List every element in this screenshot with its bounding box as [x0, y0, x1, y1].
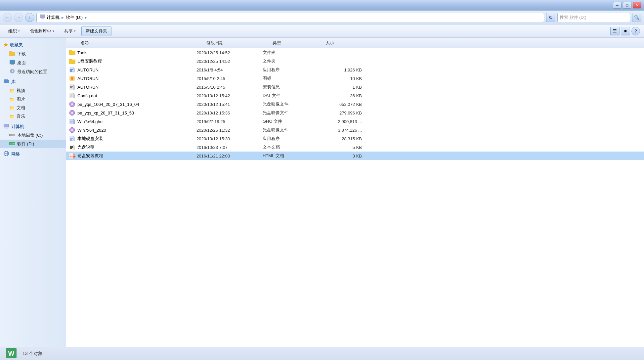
svg-text:HTML: HTML: [70, 156, 75, 158]
sidebar-item-recent[interactable]: 最近访问的位置: [0, 67, 66, 76]
sidebar-item-music[interactable]: 📁 音乐: [0, 112, 66, 121]
help-button[interactable]: ?: [631, 27, 640, 35]
close-button[interactable]: ✕: [633, 2, 641, 9]
sidebar-item-pictures[interactable]: 📁 图片: [0, 95, 66, 104]
svg-rect-39: [70, 86, 73, 87]
col-date[interactable]: 修改日期: [206, 40, 273, 46]
address-bar: ← → ↑ 计算机 ► 软件 (D:) ► ↻ 搜索 软件 (D:) 🔍: [0, 11, 644, 24]
file-date: 2020/10/12 15:36: [196, 111, 263, 115]
favorites-header[interactable]: ★ 收藏夹: [0, 40, 66, 49]
file-type-icon: [69, 67, 75, 73]
svg-rect-12: [4, 124, 9, 127]
table-row[interactable]: AUTORUN 2015/5/10 2:45 图标 10 KB: [66, 74, 644, 83]
table-row[interactable]: pe_yqs_1064_20_07_31_16_04 2020/10/12 15…: [66, 100, 644, 109]
network-label: 网络: [11, 151, 20, 157]
svg-marker-37: [73, 84, 75, 86]
computer-header[interactable]: 计算机: [0, 122, 66, 131]
refresh-button[interactable]: ↻: [546, 13, 555, 22]
view-options-button[interactable]: ☰: [610, 27, 620, 35]
file-name: 硬盘安装教程: [77, 153, 196, 159]
svg-rect-6: [11, 64, 14, 65]
include-library-button[interactable]: 包含到库中 ▾: [25, 26, 59, 36]
file-size: 3,874,126 ...: [316, 128, 362, 133]
file-type-icon: [69, 93, 75, 99]
sidebar-item-documents[interactable]: 📁 文档: [0, 104, 66, 112]
desktop-folder-icon: [9, 60, 15, 66]
library-header[interactable]: 库: [0, 77, 66, 86]
table-row[interactable]: 本地硬盘安装 2020/10/12 15:30 应用程序 28,315 KB: [66, 134, 644, 143]
share-button[interactable]: 共享 ▾: [60, 26, 80, 36]
svg-rect-69: [73, 146, 75, 150]
up-button[interactable]: ↑: [25, 13, 34, 22]
svg-rect-70: [70, 146, 73, 147]
desktop-label: 桌面: [17, 60, 26, 66]
svg-rect-57: [70, 122, 72, 122]
file-size: 1 KB: [316, 85, 362, 90]
file-date: 2020/12/25 14:52: [196, 50, 263, 55]
file-name: Win7x64_2020: [77, 128, 196, 133]
svg-rect-27: [69, 60, 75, 64]
table-row[interactable]: pe_yqs_xp_20_07_31_15_53 2020/10/12 15:3…: [66, 109, 644, 117]
table-row[interactable]: Config.dat 2020/10/12 15:42 DAT 文件 36 KB: [66, 91, 644, 100]
computer-section-icon: [3, 123, 9, 130]
svg-point-18: [13, 143, 15, 144]
col-size[interactable]: 大小: [325, 40, 372, 46]
file-date: 2016/11/21 22:03: [196, 154, 263, 158]
sidebar-item-drive-d[interactable]: 软件 (D:): [0, 140, 66, 148]
new-folder-button[interactable]: 新建文件夹: [81, 26, 111, 36]
maximize-button[interactable]: □: [623, 2, 631, 9]
col-type[interactable]: 类型: [273, 40, 325, 46]
computer-icon: [39, 14, 45, 21]
video-label: 视频: [17, 88, 25, 94]
svg-rect-33: [70, 71, 72, 72]
library-label: 库: [11, 79, 16, 85]
breadcrumb-drive[interactable]: 软件 (D:): [66, 15, 83, 21]
table-row[interactable]: Win7x64.gho 2019/9/7 19:25 GHO 文件 2,900,…: [66, 117, 644, 126]
sidebar-item-drive-c[interactable]: 本地磁盘 (C:): [0, 131, 66, 140]
file-date: 2016/1/8 4:54: [196, 68, 263, 72]
drive-c-label: 本地磁盘 (C:): [17, 132, 43, 138]
breadcrumb[interactable]: 计算机 ► 软件 (D:) ►: [36, 13, 544, 22]
file-type: 光盘映像文件: [263, 127, 316, 133]
file-type: 文件夹: [263, 50, 316, 56]
table-row[interactable]: AUTORUN 2015/5/10 2:45 安装信息 1 KB: [66, 83, 644, 91]
table-row[interactable]: Win7x64_2020 2020/12/25 11:32 光盘映像文件 3,8…: [66, 126, 644, 134]
svg-rect-43: [73, 94, 75, 98]
search-button[interactable]: 🔍: [632, 13, 641, 22]
sidebar-item-desktop[interactable]: 桌面: [0, 58, 66, 67]
network-header[interactable]: 网络: [0, 150, 66, 158]
music-label: 音乐: [17, 113, 25, 119]
file-name: AUTORUN: [77, 68, 196, 72]
organize-button[interactable]: 组织 ▾: [4, 26, 24, 36]
minimize-button[interactable]: ─: [613, 2, 622, 9]
file-name: 本地硬盘安装: [77, 136, 196, 142]
search-bar[interactable]: 搜索 软件 (D:): [557, 13, 630, 22]
svg-point-52: [72, 112, 73, 113]
forward-button[interactable]: →: [14, 13, 23, 22]
file-date: 2015/5/10 2:45: [196, 85, 263, 90]
file-type-icon: [69, 101, 75, 107]
sidebar-item-download[interactable]: 下载: [0, 49, 66, 58]
file-list: Tools 2020/12/25 14:52 文件夹 U盘安装教程 2020/1…: [66, 48, 644, 347]
table-row[interactable]: AUTORUN 2016/1/8 4:54 应用程序 1,926 KB: [66, 66, 644, 74]
search-placeholder: 搜索 软件 (D:): [560, 15, 586, 21]
breadcrumb-computer[interactable]: 计算机: [47, 15, 60, 21]
table-row[interactable]: Tools 2020/12/25 14:52 文件夹: [66, 48, 644, 57]
view-toggle-button[interactable]: ■: [621, 27, 630, 35]
file-type: GHO 文件: [263, 118, 316, 124]
sidebar-item-video[interactable]: 📁 视频: [0, 86, 66, 95]
col-name[interactable]: 名称: [81, 40, 206, 46]
table-row[interactable]: U盘安装教程 2020/12/25 14:52 文件夹: [66, 57, 644, 66]
sidebar: ★ 收藏夹 下载 桌面 最近访问的位置: [0, 38, 66, 347]
table-row[interactable]: 光盘说明 2016/10/23 7:07 文本文档 5 KB: [66, 143, 644, 152]
svg-rect-36: [69, 84, 73, 90]
recent-label: 最近访问的位置: [17, 69, 47, 75]
file-type: 应用程序: [263, 67, 316, 73]
svg-rect-32: [70, 70, 72, 71]
back-button[interactable]: ←: [3, 13, 12, 22]
table-row[interactable]: HTML 硬盘安装教程 2016/11/21 22:03 HTML 文档 3 K…: [66, 152, 644, 160]
include-library-arrow: ▾: [53, 29, 54, 33]
file-size: 10 KB: [316, 76, 362, 81]
svg-rect-31: [70, 69, 73, 70]
file-size: 28,315 KB: [316, 136, 362, 141]
